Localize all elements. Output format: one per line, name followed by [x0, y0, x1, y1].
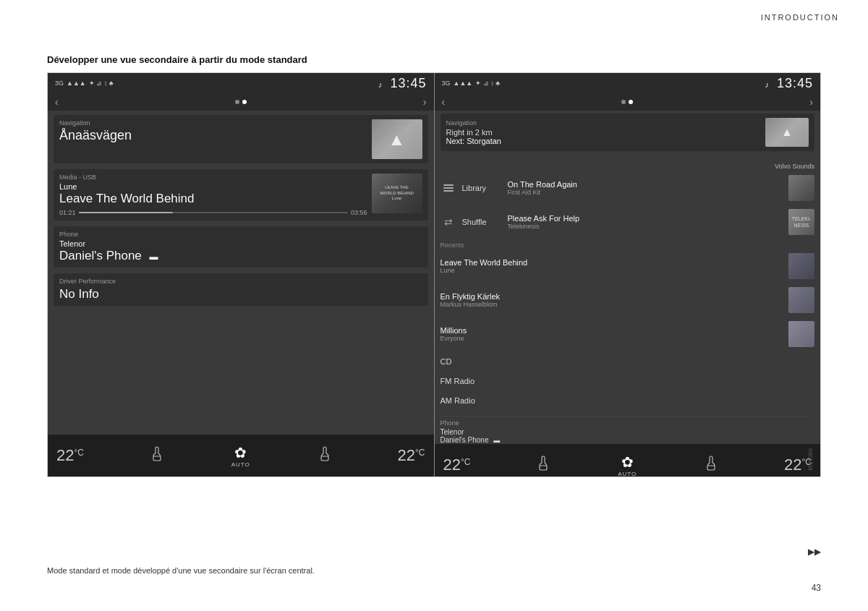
- right-back-arrow[interactable]: ‹: [442, 96, 446, 108]
- right-nav-bar: ‹ ›: [435, 93, 821, 111]
- left-time: ♪ 13:45: [378, 76, 427, 91]
- left-temp-right-unit: °C: [415, 448, 425, 458]
- left-volume-icon: ♪: [378, 80, 383, 89]
- right-shuffle-album-art: TELEKI-NESIS: [788, 209, 814, 235]
- right-page-number-overlay: G0C1B18: [808, 448, 813, 471]
- left-phone-device: Daniel's Phone ▬: [59, 249, 422, 263]
- right-nav-card[interactable]: Navigation Right in 2 km Next: Storgatan…: [441, 114, 815, 151]
- right-source-am[interactable]: AM Radio: [435, 390, 821, 410]
- right-recent-2-info: En Flyktig Kärlek Markus Hasselblom: [441, 292, 783, 308]
- left-media-card-content: Media - USB Lune Leave The World Behind …: [59, 174, 367, 216]
- right-time: ♪ 13:45: [765, 76, 813, 91]
- right-recent-3[interactable]: Millions Evryone: [435, 317, 821, 351]
- right-recent-1-art: [788, 253, 814, 279]
- left-phone-card[interactable]: Phone Telenor Daniel's Phone ▬: [54, 226, 428, 268]
- left-nav-card-content: Navigation Ånaäsvägen: [59, 119, 367, 143]
- left-time-text: 13:45: [390, 76, 426, 90]
- left-fan-auto: ✿ AUTO: [231, 444, 250, 468]
- left-battery-icon: ▬: [150, 252, 158, 262]
- left-auto-label: AUTO: [231, 461, 250, 468]
- right-nav-direction: Right in 2 km: [446, 128, 501, 137]
- left-status-left: 3G ▲▲▲ ✦ ⊿ ↕ ♣: [55, 80, 114, 87]
- page-number-text: 43: [812, 583, 821, 593]
- left-nav-dots: [235, 100, 247, 104]
- left-back-arrow[interactable]: ‹: [55, 96, 59, 108]
- right-source-cd[interactable]: CD: [435, 351, 821, 371]
- right-nav-street: Next: Storgatan: [446, 137, 501, 145]
- left-album-art: LEAVE THE WORLD BEHIND Lune: [372, 174, 422, 213]
- left-driver-card[interactable]: Driver Performance No Info: [54, 273, 428, 306]
- right-recent-1[interactable]: Leave The World Behind Lune: [435, 249, 821, 283]
- right-library-album-art: [788, 175, 814, 201]
- right-recent-2[interactable]: En Flyktig Kärlek Markus Hasselblom: [435, 283, 821, 317]
- right-shuffle-track: Please Ask For Help Telekinesis: [508, 214, 783, 230]
- left-device-name: Daniel's Phone: [59, 249, 142, 262]
- left-network: 3G: [55, 80, 64, 87]
- right-status-icons: ✦ ⊿ ↕ ♣: [475, 80, 500, 87]
- right-dot-1: [621, 100, 626, 104]
- right-dot-2: [629, 100, 633, 104]
- right-small-map: ▲: [765, 118, 809, 147]
- right-phone-operator: Telenor: [441, 428, 815, 436]
- left-driver-value: No Info: [59, 287, 422, 302]
- left-status-bar: 3G ▲▲▲ ✦ ⊿ ↕ ♣ ♪ 13:45: [48, 73, 434, 93]
- right-lib-line2: [443, 187, 454, 189]
- right-library-label: Library: [462, 184, 502, 192]
- right-library-track: On The Road Again First Aid Kit: [508, 180, 783, 196]
- right-shuffle-track-artist: Telekinesis: [508, 223, 783, 230]
- next-arrows[interactable]: ▶▶: [808, 547, 821, 557]
- left-nav-bar: ‹ ›: [48, 93, 434, 111]
- left-fan-symbol: ✿: [234, 444, 247, 461]
- right-shuffle-label: Shuffle: [462, 218, 502, 226]
- right-library-item[interactable]: Library On The Road Again First Aid Kit: [435, 171, 821, 205]
- left-temp-right-value: 22: [398, 446, 415, 465]
- right-nav-dots: [621, 100, 633, 104]
- right-source-am-label: AM Radio: [441, 396, 475, 405]
- left-media-artist: Lune: [59, 182, 367, 191]
- left-temp-left: 22 °C: [56, 446, 84, 465]
- right-recent-3-art: [788, 321, 814, 347]
- section-title-text: Développer une vue secondaire à partir d…: [47, 54, 307, 65]
- left-bottom-bar: 22 °C ✿ AUTO 22 °C: [48, 435, 434, 477]
- right-source-fm[interactable]: FM Radio: [435, 371, 821, 390]
- left-nav-card[interactable]: Navigation Ånaäsvägen ▲: [54, 115, 428, 163]
- right-library-track-title: On The Road Again: [508, 180, 783, 189]
- left-map-placeholder: ▲: [372, 119, 422, 159]
- left-progress-fill: [79, 212, 173, 213]
- right-network: 3G: [442, 80, 451, 87]
- page-header: INTRODUCTION: [761, 13, 839, 22]
- right-recent-1-artist: Lune: [441, 267, 783, 274]
- right-forward-arrow[interactable]: ›: [809, 96, 813, 108]
- left-temp-left-unit: °C: [74, 448, 83, 458]
- right-shuffle-item[interactable]: ⇄ Shuffle Please Ask For Help Telekinesi…: [435, 205, 821, 239]
- left-spacer: [48, 309, 434, 435]
- page-number: 43: [812, 583, 821, 593]
- screens-container: 3G ▲▲▲ ✦ ⊿ ↕ ♣ ♪ 13:45 ‹ › Navigation Ån…: [47, 72, 821, 477]
- right-shuffle-icon: ⇄: [441, 216, 456, 228]
- caption-text: Mode standard et mode développé d'une vu…: [47, 566, 315, 575]
- right-map-arrow-icon: ▲: [781, 126, 793, 139]
- right-shuffle-track-title: Please Ask For Help: [508, 214, 783, 223]
- right-fan-symbol: ✿: [621, 453, 634, 471]
- left-album-line1: LEAVE THE: [385, 185, 408, 189]
- right-temp-left-value: 22: [443, 456, 461, 474]
- header-text: INTRODUCTION: [761, 13, 839, 22]
- right-bottom-bar: 22 °C ✿ AUTO 22 °C: [435, 444, 821, 477]
- left-phone-label: Phone: [59, 231, 422, 238]
- right-phone-device: Daniel's Phone ▬: [441, 436, 815, 444]
- left-dot-2: [242, 100, 247, 104]
- right-recent-3-artist: Evryone: [441, 335, 783, 342]
- left-progress-bar[interactable]: [79, 212, 348, 213]
- left-signal-icon: ▲▲▲: [67, 80, 86, 87]
- right-recent-2-title: En Flyktig Kärlek: [441, 292, 783, 301]
- right-screen: 3G ▲▲▲ ✦ ⊿ ↕ ♣ ♪ 13:45 ‹ › Navigation Ri…: [435, 73, 821, 477]
- left-temp-right: 22 °C: [398, 446, 425, 465]
- left-forward-arrow[interactable]: ›: [423, 96, 427, 108]
- right-nav-card-left: Navigation Right in 2 km Next: Storgatan: [446, 119, 501, 145]
- right-status-bar: 3G ▲▲▲ ✦ ⊿ ↕ ♣ ♪ 13:45: [435, 73, 821, 93]
- left-media-card[interactable]: Media - USB Lune Leave The World Behind …: [54, 169, 428, 221]
- right-volvo-sounds-label: Volvo Sounds: [435, 160, 821, 171]
- right-recents-label: Recents: [435, 239, 821, 249]
- right-time-text: 13:45: [777, 76, 813, 90]
- right-status-left: 3G ▲▲▲ ✦ ⊿ ↕ ♣: [442, 80, 501, 87]
